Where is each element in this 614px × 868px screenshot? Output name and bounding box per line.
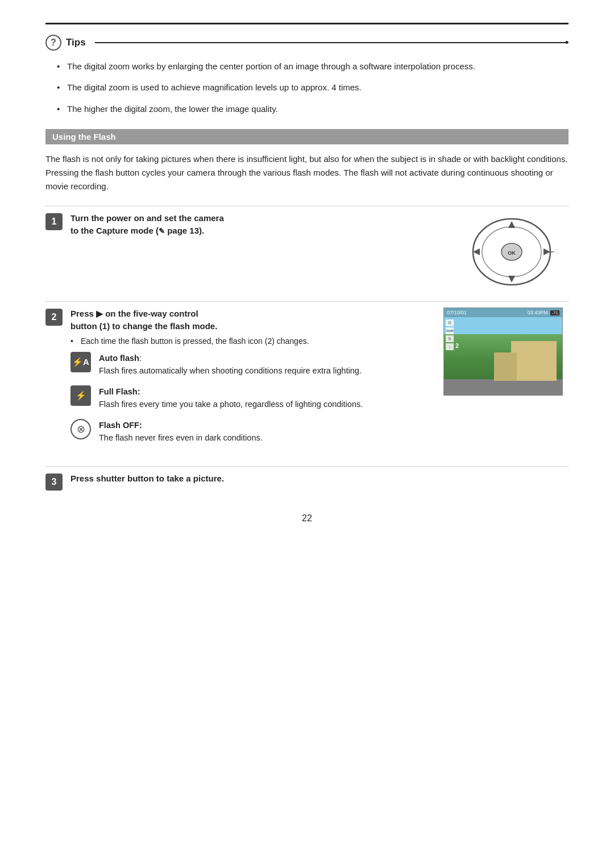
step2-layout: 2 Press ▶ on the five-way controlbutton … <box>45 308 569 458</box>
top-border <box>45 23 569 24</box>
auto-flash-icon: ⚡A <box>70 352 91 372</box>
tips-item-1: The digital zoom works by enlarging the … <box>57 60 569 73</box>
step2-camera-image: 07/10/01 03:43PM -71 ⊡ AWB ⊙ ↓ 2 <box>443 308 569 396</box>
step1-layout: 1 Turn the power on and set the camera t… <box>45 212 569 293</box>
step1-badge: 1 <box>45 213 63 230</box>
tips-item-3: The higher the digital zoom, the lower t… <box>57 102 569 115</box>
using-flash-header: Using the Flash <box>45 129 569 144</box>
tips-list: The digital zoom works by enlarging the … <box>45 60 569 115</box>
lcd-icon-2: ⊙ <box>446 335 454 342</box>
camera-top-view-svg: OK 1 <box>466 212 557 292</box>
flash-off-icon: ⊗ <box>70 419 91 439</box>
step2-instruction: Press ▶ on the five-way controlbutton (1… <box>70 308 432 333</box>
step1-row: 1 Turn the power on and set the camera t… <box>45 212 449 240</box>
using-flash-description: The flash is not only for taking picture… <box>45 152 569 193</box>
step3-dotted-divider <box>45 466 569 467</box>
svg-marker-6 <box>473 248 480 255</box>
step2-badge: 2 <box>45 309 63 326</box>
camera-diagram: OK 1 <box>466 212 569 293</box>
lcd-label-2: 2 <box>455 342 459 349</box>
full-flash-desc: Full Flash: Flash fires every time you t… <box>99 385 363 411</box>
step2-content: Press ▶ on the five-way controlbutton (1… <box>70 308 432 452</box>
lcd-building-1 <box>511 341 557 381</box>
flash-mode-auto: ⚡A Auto flash: Flash fires automatically… <box>70 352 432 377</box>
step3-instruction: Press shutter button to take a picture. <box>70 472 569 485</box>
lcd-icon-3: ↓ <box>446 343 454 350</box>
lcd-icon-1: ⊡ <box>446 319 454 326</box>
step3-badge: 3 <box>45 474 63 491</box>
step3-content: Press shutter button to take a picture. <box>70 472 569 488</box>
flash-mode-full: ⚡ Full Flash: Flash fires every time you… <box>70 385 432 411</box>
lcd-time-badge: 03:43PM -71 <box>527 310 559 315</box>
svg-marker-5 <box>508 276 515 283</box>
step1-content: Turn the power on and set the camera to … <box>70 212 449 240</box>
tips-divider-line <box>95 42 569 43</box>
lcd-icon-awb: AWB <box>446 327 454 334</box>
step3-row: 3 Press shutter button to take a picture… <box>45 472 569 491</box>
tips-header: ? Tips <box>45 35 569 51</box>
lcd-sidebar-icons: ⊡ AWB ⊙ ↓ <box>446 319 454 350</box>
lcd-date: 07/10/01 <box>447 310 467 315</box>
lcd-overlay: 07/10/01 03:43PM -71 <box>444 308 562 317</box>
flash-mode-off: ⊗ Flash OFF: The flash never fires even … <box>70 419 432 445</box>
flash-off-desc: Flash OFF: The flash never fires even in… <box>99 419 263 445</box>
tips-item-2: The digital zoom is used to achieve magn… <box>57 81 569 94</box>
svg-text:OK: OK <box>508 250 516 256</box>
step2-dotted-divider <box>45 301 569 302</box>
lcd-building-2 <box>494 352 517 381</box>
step1-instruction: Turn the power on and set the camera to … <box>70 212 449 238</box>
tips-question-icon: ? <box>45 35 61 51</box>
lcd-scene: 07/10/01 03:43PM -71 ⊡ AWB ⊙ ↓ 2 <box>444 308 562 395</box>
step2-left: 2 Press ▶ on the five-way controlbutton … <box>45 308 432 458</box>
tips-label: Tips <box>66 37 86 48</box>
page-number: 22 <box>45 513 569 524</box>
svg-marker-4 <box>508 221 515 228</box>
svg-text:1: 1 <box>556 248 557 255</box>
lcd-road <box>444 379 562 395</box>
step2-bullet: Each time the flash button is pressed, t… <box>70 335 432 347</box>
lcd-screen: 07/10/01 03:43PM -71 ⊡ AWB ⊙ ↓ 2 <box>443 308 563 396</box>
lcd-badge: -71 <box>550 310 559 315</box>
full-flash-icon: ⚡ <box>70 385 91 406</box>
step2-row: 2 Press ▶ on the five-way controlbutton … <box>45 308 432 452</box>
step2-section: 2 Press ▶ on the five-way controlbutton … <box>45 308 569 458</box>
auto-flash-desc: Auto flash: Flash fires automatically wh… <box>99 352 362 377</box>
step1-dotted-divider <box>45 206 569 206</box>
